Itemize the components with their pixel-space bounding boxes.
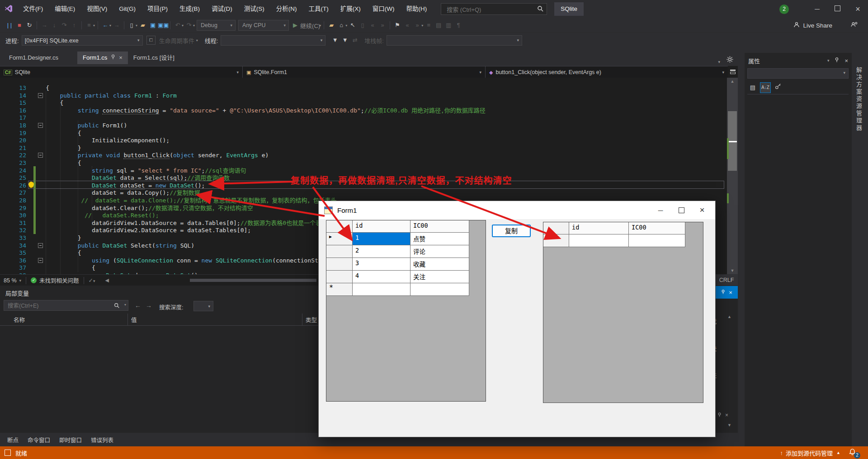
live-share-icon[interactable] — [793, 21, 800, 30]
properties-title[interactable]: 属性 — [748, 56, 760, 65]
open-file-icon[interactable]: ▰ — [138, 20, 148, 30]
redo-icon[interactable]: ↷ — [184, 20, 194, 30]
properties-object-combo[interactable]: ▾ — [747, 68, 849, 79]
menu-3[interactable]: 视图(V) — [81, 0, 113, 18]
grid-cell[interactable]: 1 — [353, 233, 410, 245]
menu-2[interactable]: 编辑(E) — [49, 0, 81, 18]
save-all-icon[interactable]: ▣▣ — [158, 20, 168, 30]
grid-cell[interactable]: 4 — [353, 271, 410, 283]
step-over-icon[interactable]: ↷ — [59, 20, 69, 30]
alphabetical-sort-icon[interactable]: A↓Z — [760, 82, 771, 93]
grid-cell[interactable]: 3 — [353, 258, 410, 271]
locals-window-title[interactable]: 局部变量 — [5, 289, 29, 297]
locals-column-header-3[interactable]: 类型 — [306, 315, 317, 325]
feedback-icon[interactable] — [850, 21, 858, 30]
pause-icon[interactable]: | | — [5, 20, 14, 30]
grid-cell[interactable]: 2 — [353, 245, 410, 258]
member-dropdown[interactable]: ◆ button1_Click(object sender, EventArgs… — [486, 66, 728, 78]
fold-collapse-icon[interactable] — [38, 258, 43, 263]
grid-new-row[interactable]: * — [543, 234, 703, 247]
grid-column-header-id[interactable]: id — [569, 222, 629, 234]
menu-11[interactable]: 扩展(X) — [335, 0, 367, 18]
notifications-bell-icon[interactable]: 2 — [849, 448, 856, 457]
doc-outline-icon[interactable]: ▤ — [434, 20, 443, 30]
dialog-minimize-button[interactable]: ─ — [650, 202, 671, 218]
process-combo[interactable]: [0x4FF8] SQLite.exe▾ — [22, 35, 143, 46]
menu-4[interactable]: Git(G) — [113, 0, 142, 18]
grid-column-header-IC00[interactable]: IC00 — [410, 220, 469, 233]
locals-column-header-1[interactable]: 名称 — [14, 315, 25, 325]
bottom-tab-1[interactable]: 断点 — [7, 436, 19, 444]
grid-row-4[interactable]: 4关注 — [326, 271, 486, 283]
list-members-icon[interactable]: ≡ — [424, 20, 434, 30]
grid-new-row[interactable]: * — [326, 283, 486, 296]
code-health-icon[interactable]: ✓ — [31, 277, 37, 283]
notification-badge[interactable]: 2 — [779, 5, 789, 14]
datagridview1[interactable]: idIC00▶1点赞2评论3收藏4关注* — [326, 220, 486, 402]
toggle-flagged-icon[interactable]: ⇄ — [350, 35, 360, 45]
project-dropdown[interactable]: C# SQlite▾ — [0, 66, 243, 78]
add-to-source-control-button[interactable]: 添加到源代码管理 — [786, 449, 833, 457]
live-share-label[interactable]: Live Share — [803, 22, 832, 29]
stack-frame-combo[interactable]: ▾ — [387, 35, 522, 46]
dialog-close-button[interactable]: × — [692, 202, 712, 218]
menu-1[interactable]: 文件(F) — [17, 0, 49, 18]
fold-collapse-icon[interactable] — [38, 243, 43, 248]
save-icon[interactable]: ▣ — [148, 20, 158, 30]
search-icon[interactable] — [114, 303, 120, 310]
split-editor-button[interactable] — [728, 66, 738, 78]
property-pages-icon[interactable] — [773, 82, 783, 93]
pin-icon[interactable] — [721, 289, 725, 296]
indent-icon[interactable]: » — [377, 20, 387, 30]
bookmark-icon[interactable]: ⚑ — [392, 20, 402, 30]
window-maximize-button[interactable] — [827, 2, 848, 16]
zoom-level-dropdown[interactable]: 85 % — [4, 277, 17, 284]
intellitrace-folder-icon[interactable]: ▰ — [326, 20, 336, 30]
grid-cell[interactable]: 评论 — [410, 245, 469, 258]
fold-collapse-icon[interactable] — [38, 123, 43, 128]
strip-scroll-up-icon[interactable]: ▲ — [727, 314, 731, 319]
continue-button[interactable]: ▶继续(C)▾ — [290, 20, 321, 30]
grid-cell[interactable]: 收藏 — [410, 258, 469, 271]
scroll-down-icon[interactable]: ▼ — [727, 267, 738, 274]
window-minimize-button[interactable]: ─ — [807, 2, 827, 16]
menu-5[interactable]: 项目(P) — [142, 0, 174, 18]
close-icon[interactable]: × — [729, 289, 732, 296]
bottom-tab-2[interactable]: 命令窗口 — [28, 436, 50, 444]
locals-search-box[interactable]: ▾ — [4, 300, 128, 311]
search-depth-combo[interactable]: ▾ — [193, 301, 213, 311]
editor-vertical-scrollbar[interactable]: ▲ ▼ — [727, 78, 738, 274]
code-health-label[interactable]: 未找到相关问题 — [39, 276, 79, 285]
grid-column-header-IC00[interactable]: IC00 — [629, 222, 685, 234]
bottom-tab-4[interactable]: 错误列表 — [91, 436, 113, 444]
close-tab-icon[interactable]: × — [119, 52, 123, 64]
grid-row-2[interactable]: 2评论 — [326, 245, 486, 258]
compare-icon[interactable]: ▥ — [443, 20, 453, 30]
search-icon[interactable] — [537, 5, 544, 14]
tab-overflow-icon[interactable]: ▾ — [718, 60, 720, 64]
copy-button[interactable]: 复制 — [492, 225, 531, 237]
step-into-icon[interactable]: ↓ — [49, 20, 59, 30]
navigate-forward-icon[interactable]: → — [112, 20, 122, 30]
lifecycle-icon[interactable]: ⧠ — [146, 36, 156, 45]
combo-platform[interactable]: Any CPU▾ — [238, 20, 289, 31]
task-check-icon[interactable]: ✓▾ — [89, 277, 95, 284]
tab-form1-cs[interactable]: Form1.cs × — [77, 52, 128, 64]
solution-explorer-vertical-tab[interactable]: 解决方案资源管理器 — [854, 67, 863, 132]
grid-cell[interactable]: 关注 — [410, 271, 469, 283]
hscroll-left-icon[interactable]: ◀ — [105, 277, 109, 283]
search-back-icon[interactable]: ← — [135, 302, 141, 309]
tab-form1-cs-design[interactable]: Form1.cs [设计] — [128, 52, 180, 64]
panel-menu-caret-icon[interactable]: ▾ — [827, 58, 830, 63]
filter-flagged-icon[interactable]: ▼ — [340, 35, 350, 45]
fold-collapse-icon[interactable] — [38, 153, 43, 158]
menu-13[interactable]: 帮助(H) — [400, 0, 433, 18]
dialog-maximize-button[interactable] — [671, 202, 692, 218]
strip-scroll-down-icon[interactable]: ▼ — [727, 423, 731, 427]
threads-icon[interactable]: ≡ — [84, 20, 94, 30]
combo-debug[interactable]: Debug▾ — [197, 20, 236, 31]
grid-cell[interactable]: 点赞 — [410, 233, 469, 245]
type-dropdown[interactable]: ▣ SQlite.Form1▾ — [243, 66, 486, 78]
locals-column-header-2[interactable]: 值 — [131, 315, 137, 325]
step-out-icon[interactable]: ↑ — [69, 20, 79, 30]
